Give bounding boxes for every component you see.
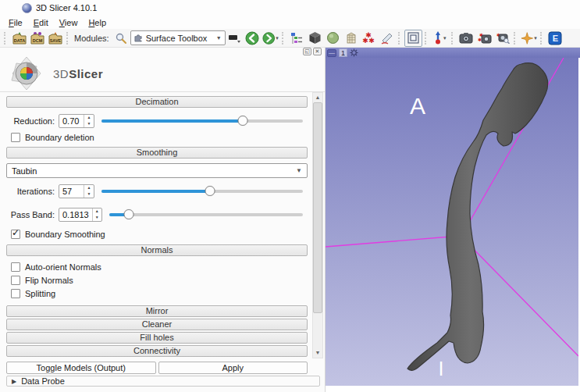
- reduction-slider[interactable]: [101, 116, 303, 127]
- menu-help[interactable]: Help: [83, 17, 112, 28]
- view-options-gear-icon[interactable]: [350, 48, 358, 57]
- panel-close-button[interactable]: ✕: [313, 48, 322, 55]
- transforms-button[interactable]: [342, 30, 360, 47]
- search-icon: [115, 32, 127, 45]
- volume-rendering-button[interactable]: [324, 30, 342, 47]
- extension-manager-button[interactable]: E: [546, 30, 564, 47]
- boundary-smoothing-row: ✓ Boundary Smoothing: [11, 230, 308, 239]
- splitting-label: Splitting: [25, 289, 55, 298]
- favorite-modules-button[interactable]: ▾: [520, 30, 538, 47]
- toolbar-grip: [540, 32, 544, 45]
- splitting-checkbox[interactable]: ✓: [11, 289, 20, 298]
- toolbar-grip: [4, 32, 8, 45]
- section-cleaner[interactable]: Cleaner: [6, 319, 308, 330]
- spinner-buttons[interactable]: ▲▼: [92, 208, 101, 221]
- scene-view-capture-button[interactable]: ✱ ✱: [475, 30, 493, 47]
- menu-edit[interactable]: Edit: [28, 17, 54, 28]
- boundary-deletion-row: ✓ Boundary deletion: [11, 133, 308, 142]
- module-history-button[interactable]: [226, 30, 244, 47]
- dicom-icon: DCM: [30, 31, 45, 45]
- crosshair-pin-icon: [433, 31, 443, 45]
- save-icon: SAVE: [48, 31, 63, 45]
- slider-handle[interactable]: [237, 116, 247, 126]
- boundary-smoothing-label: Boundary Smoothing: [25, 230, 105, 239]
- scene-view-restore-button[interactable]: ✱: [493, 30, 511, 47]
- toolbar-grip: [451, 32, 455, 45]
- markups-button[interactable]: ✱ ✱ ✱: [360, 30, 378, 47]
- load-data-icon: DATA: [12, 31, 27, 45]
- menu-view[interactable]: View: [54, 17, 84, 28]
- history-back-button[interactable]: [244, 30, 262, 47]
- scrollbar-thumb[interactable]: [313, 102, 322, 313]
- data-probe-section[interactable]: ▶ Data Probe: [6, 376, 320, 387]
- threed-render-canvas[interactable]: A I: [326, 58, 578, 386]
- reduction-label: Reduction:: [6, 116, 55, 126]
- panel-scrollbar[interactable]: ▲ ▼: [312, 92, 323, 358]
- panel-topbar: ◱ ✕: [0, 48, 325, 55]
- spinner-buttons[interactable]: ▲▼: [84, 185, 94, 198]
- passband-slider[interactable]: [109, 209, 303, 220]
- section-fill-holes[interactable]: Fill holes: [6, 332, 308, 344]
- module-selector[interactable]: Surface Toolbox ▼: [130, 30, 226, 45]
- data-probe-label: Data Probe: [21, 376, 65, 386]
- crosshair-button[interactable]: ▾: [431, 30, 449, 47]
- app-window: 3D Slicer 4.10.1 File Edit View Help DAT…: [0, 0, 580, 392]
- slider-handle[interactable]: [123, 209, 133, 219]
- logo-row: 3DSlicer: [0, 55, 325, 92]
- orientation-label-inferior: I: [439, 358, 444, 380]
- section-connectivity[interactable]: Connectivity: [6, 345, 308, 357]
- section-mirror[interactable]: Mirror: [6, 305, 308, 317]
- apply-button[interactable]: Apply: [158, 362, 308, 374]
- save-button[interactable]: SAVE: [46, 30, 64, 47]
- view-pin-button[interactable]: —: [327, 49, 336, 57]
- slider-handle[interactable]: [205, 186, 215, 196]
- scroll-down-icon[interactable]: ▼: [315, 348, 321, 358]
- threed-viewport: — 1: [326, 48, 580, 392]
- module-list-icon: [290, 32, 303, 45]
- passband-spinbox[interactable]: 0.1813 ▲▼: [59, 208, 102, 222]
- toggle-models-button[interactable]: Toggle Models (Output): [6, 362, 156, 374]
- section-smoothing[interactable]: Smoothing: [6, 147, 308, 159]
- chevron-down-icon: ▼: [296, 167, 302, 174]
- scroll-up-icon[interactable]: ▲: [315, 93, 321, 102]
- module-search-button[interactable]: [112, 30, 130, 47]
- auto-orient-normals-checkbox[interactable]: ✓: [11, 262, 20, 272]
- history-forward-button[interactable]: ▾: [262, 30, 279, 47]
- boundary-smoothing-checkbox[interactable]: ✓: [11, 230, 20, 239]
- menu-bar: File Edit View Help: [0, 16, 580, 29]
- chevron-down-icon: ▼: [216, 35, 222, 41]
- action-buttons-row: Toggle Models (Output) Apply: [6, 362, 308, 374]
- auto-orient-normals-label: Auto-orient Normals: [25, 262, 101, 272]
- boundary-deletion-checkbox[interactable]: ✓: [11, 133, 20, 142]
- auto-orient-normals-row: ✓ Auto-orient Normals: [11, 262, 308, 272]
- orientation-label-anterior: A: [410, 93, 425, 119]
- module-list-button[interactable]: [288, 30, 306, 47]
- models-module-button[interactable]: [306, 30, 324, 47]
- spinner-buttons[interactable]: ▲▼: [84, 115, 94, 127]
- panel-undock-button[interactable]: ◱: [303, 48, 311, 55]
- screenshot-button[interactable]: [457, 30, 475, 47]
- section-normals[interactable]: Normals: [6, 244, 308, 256]
- flip-normals-checkbox[interactable]: ✓: [11, 276, 20, 285]
- splitting-row: ✓ Splitting: [11, 289, 308, 298]
- iterations-spinbox[interactable]: 57 ▲▼: [59, 184, 94, 198]
- iterations-slider[interactable]: [101, 186, 303, 197]
- grid-cube-icon: [344, 31, 358, 45]
- annotations-button[interactable]: [378, 30, 396, 47]
- reduction-spinbox[interactable]: 0.70 ▲▼: [59, 114, 94, 128]
- section-decimation[interactable]: Decimation: [6, 96, 308, 108]
- load-data-button[interactable]: DATA: [10, 30, 28, 47]
- iterations-row: Iterations: 57 ▲▼: [6, 184, 308, 198]
- menu-file[interactable]: File: [3, 17, 28, 28]
- main-area: ◱ ✕ 3DSlicer Decimation: [0, 48, 580, 392]
- arrow-forward-icon: [262, 31, 275, 45]
- layout-selector-button[interactable]: [404, 30, 422, 47]
- dicom-button[interactable]: DCM: [28, 30, 46, 47]
- puzzle-icon: [134, 34, 143, 42]
- scene-view-icon: ✱ ✱: [477, 32, 492, 44]
- smoothing-method-select[interactable]: Taubin ▼: [6, 163, 308, 178]
- layout-icon: [407, 32, 419, 44]
- view-name-badge: 1: [339, 48, 347, 57]
- boundary-deletion-label: Boundary deletion: [25, 133, 94, 142]
- iterations-label: Iterations:: [6, 187, 55, 196]
